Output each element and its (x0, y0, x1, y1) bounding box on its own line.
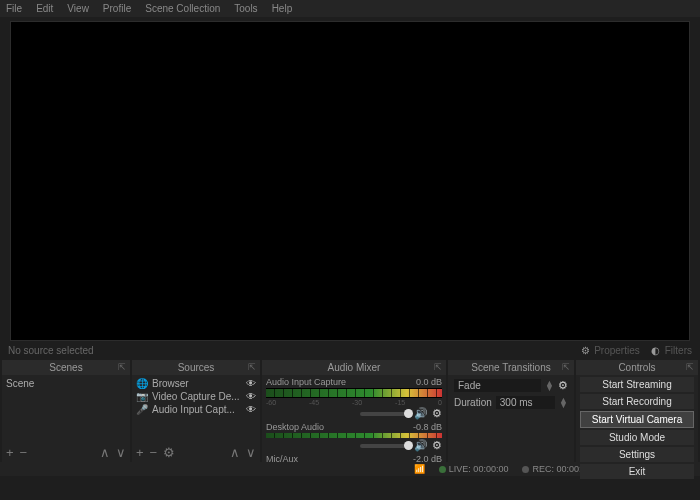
studio-mode-button[interactable]: Studio Mode (580, 430, 694, 445)
duration-label: Duration (454, 397, 492, 408)
gear-icon[interactable]: ⚙ (558, 379, 568, 392)
mixer-panel: Audio Mixer ⇱ Audio Input Capture 0.0 dB… (262, 360, 446, 462)
preview-canvas[interactable] (10, 21, 690, 341)
popout-icon[interactable]: ⇱ (562, 362, 570, 372)
speaker-icon[interactable]: 🔊 (414, 439, 428, 452)
scene-label: Scene (6, 378, 34, 389)
popout-icon[interactable]: ⇱ (434, 362, 442, 372)
scene-up-button[interactable]: ∧ (100, 445, 110, 460)
exit-button[interactable]: Exit (580, 464, 694, 479)
volume-slider[interactable] (360, 412, 410, 416)
mic-icon: 🎤 (136, 404, 148, 415)
db-ruler: -60 -45 -30 -15 0 (266, 399, 442, 406)
channel-db: -0.8 dB (413, 422, 442, 432)
connection-icon: 📶 (414, 464, 425, 474)
volume-slider[interactable] (360, 444, 410, 448)
add-scene-button[interactable]: + (6, 445, 14, 460)
mixer-channel-audio-input: Audio Input Capture 0.0 dB -60 -45 -30 -… (266, 377, 442, 420)
gear-icon[interactable]: ⚙ (432, 407, 442, 420)
channel-name: Mic/Aux (266, 454, 298, 462)
speaker-icon[interactable]: 🔊 (414, 407, 428, 420)
menu-view[interactable]: View (67, 3, 89, 14)
sources-panel: Sources ⇱ 🌐 Browser 👁 📷 Video Capture De… (132, 360, 260, 462)
spin-buttons[interactable]: ▲▼ (559, 398, 568, 408)
controls-panel: Controls ⇱ Start Streaming Start Recordi… (576, 360, 698, 462)
live-time: LIVE: 00:00:00 (449, 464, 509, 474)
start-streaming-button[interactable]: Start Streaming (580, 377, 694, 392)
sources-title: Sources (178, 362, 215, 373)
live-indicator (439, 466, 446, 473)
menu-profile[interactable]: Profile (103, 3, 131, 14)
channel-name: Desktop Audio (266, 422, 324, 432)
eye-icon[interactable]: 👁 (246, 391, 256, 402)
source-item-browser[interactable]: 🌐 Browser 👁 (136, 377, 256, 390)
scenes-header: Scenes ⇱ (2, 360, 130, 375)
camera-icon: 📷 (136, 391, 148, 402)
scene-down-button[interactable]: ∨ (116, 445, 126, 460)
sources-controls: + − ⚙ ∧ ∨ (132, 443, 260, 462)
source-status: No source selected (8, 345, 569, 356)
properties-label: Properties (594, 345, 640, 356)
mixer-channel-desktop: Desktop Audio -0.8 dB 🔊 ⚙ (266, 422, 442, 452)
start-recording-button[interactable]: Start Recording (580, 394, 694, 409)
transitions-title: Scene Transitions (471, 362, 551, 373)
source-label: Video Capture De... (152, 391, 240, 402)
source-item-audio[interactable]: 🎤 Audio Input Capt... 👁 (136, 403, 256, 416)
channel-db: -2.0 dB (413, 454, 442, 462)
source-label: Audio Input Capt... (152, 404, 235, 415)
transitions-header: Scene Transitions ⇱ (448, 360, 574, 375)
source-label: Browser (152, 378, 189, 389)
menu-scene-collection[interactable]: Scene Collection (145, 3, 220, 14)
source-down-button[interactable]: ∨ (246, 445, 256, 460)
add-source-button[interactable]: + (136, 445, 144, 460)
vu-meter (266, 388, 442, 398)
properties-button[interactable]: ⚙ Properties (579, 345, 640, 356)
mixer-title: Audio Mixer (328, 362, 381, 373)
filters-button[interactable]: ◐ Filters (650, 345, 692, 356)
eye-icon[interactable]: 👁 (246, 404, 256, 415)
controls-header: Controls ⇱ (576, 360, 698, 375)
scene-item[interactable]: Scene (6, 377, 126, 390)
start-virtual-camera-button[interactable]: Start Virtual Camera (580, 411, 694, 428)
rec-indicator (522, 466, 529, 473)
vu-meter (266, 433, 442, 438)
docks: Scenes ⇱ Scene + − ∧ ∨ Sources ⇱ 🌐 Brows… (0, 360, 700, 462)
popout-icon[interactable]: ⇱ (686, 362, 694, 372)
remove-scene-button[interactable]: − (20, 445, 28, 460)
mixer-header: Audio Mixer ⇱ (262, 360, 446, 375)
popout-icon[interactable]: ⇱ (248, 362, 256, 372)
scenes-title: Scenes (49, 362, 82, 373)
channel-name: Audio Input Capture (266, 377, 346, 387)
source-settings-button[interactable]: ⚙ (163, 445, 175, 460)
mixer-channel-micaux: Mic/Aux -2.0 dB (266, 454, 442, 462)
menu-help[interactable]: Help (272, 3, 293, 14)
source-item-video[interactable]: 📷 Video Capture De... 👁 (136, 390, 256, 403)
filters-icon: ◐ (650, 345, 662, 356)
menu-edit[interactable]: Edit (36, 3, 53, 14)
gear-icon[interactable]: ⚙ (432, 439, 442, 452)
channel-db: 0.0 dB (416, 377, 442, 387)
source-toolbar: No source selected ⚙ Properties ◐ Filter… (0, 341, 700, 360)
eye-icon[interactable]: 👁 (246, 378, 256, 389)
popout-icon[interactable]: ⇱ (118, 362, 126, 372)
scenes-controls: + − ∧ ∨ (2, 443, 130, 462)
gear-icon: ⚙ (579, 345, 591, 356)
menu-tools[interactable]: Tools (234, 3, 257, 14)
settings-button[interactable]: Settings (580, 447, 694, 462)
remove-source-button[interactable]: − (150, 445, 158, 460)
controls-title: Controls (618, 362, 655, 373)
transition-select[interactable]: Fade (454, 379, 541, 392)
duration-input[interactable]: 300 ms (496, 396, 555, 409)
browser-icon: 🌐 (136, 378, 148, 389)
spin-buttons[interactable]: ▲▼ (545, 381, 554, 391)
source-up-button[interactable]: ∧ (230, 445, 240, 460)
filters-label: Filters (665, 345, 692, 356)
scenes-panel: Scenes ⇱ Scene + − ∧ ∨ (2, 360, 130, 462)
menubar: File Edit View Profile Scene Collection … (0, 0, 700, 17)
menu-file[interactable]: File (6, 3, 22, 14)
transitions-panel: Scene Transitions ⇱ Fade ▲▼ ⚙ Duration 3… (448, 360, 574, 462)
sources-header: Sources ⇱ (132, 360, 260, 375)
